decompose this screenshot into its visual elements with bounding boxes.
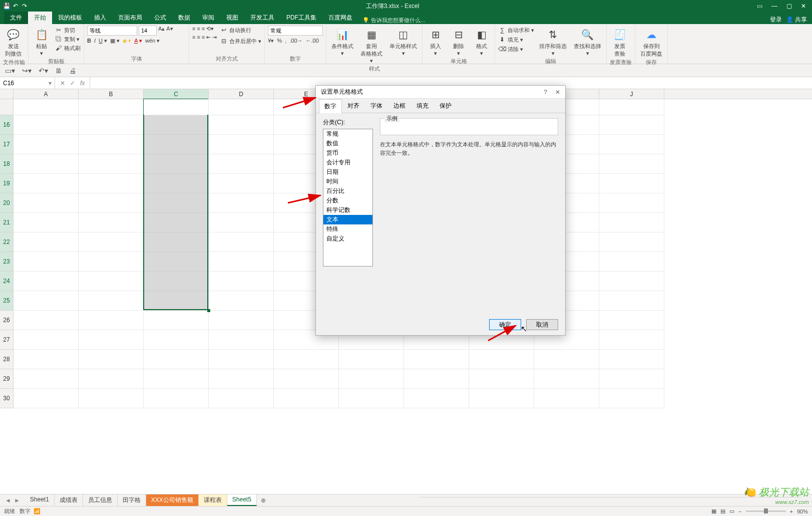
tab-file[interactable]: 文件	[4, 12, 28, 24]
row-header[interactable]: 29	[0, 369, 14, 389]
cell[interactable]	[209, 369, 274, 389]
row-header[interactable]: 20	[0, 193, 14, 213]
column-header[interactable]: D	[209, 89, 274, 99]
category-list[interactable]: 常规数值货币会计专用日期时间百分比分数科学记数文本特殊自定义	[323, 129, 373, 267]
cell[interactable]	[79, 193, 144, 213]
dialog-help-button[interactable]: ?	[544, 89, 547, 96]
ok-button[interactable]: 确定	[489, 319, 521, 330]
cell[interactable]	[599, 252, 664, 272]
underline-icon[interactable]: U ▾	[99, 38, 107, 44]
font-size-combo[interactable]	[139, 26, 157, 36]
maximize-icon[interactable]: ▢	[786, 3, 792, 10]
cell[interactable]	[534, 350, 599, 369]
tab-pdf[interactable]: PDF工具集	[280, 12, 322, 24]
tab-insert[interactable]: 插入	[88, 12, 112, 24]
ribbon-options-icon[interactable]: ▭	[757, 3, 762, 10]
merge-button[interactable]: ⊟合并后居中 ▾	[220, 37, 261, 46]
undo-icon[interactable]: ↶	[12, 3, 19, 10]
row-header[interactable]: 26	[0, 311, 14, 330]
invoice-button[interactable]: 🧾发票 查验	[610, 26, 630, 59]
cell[interactable]	[144, 115, 209, 135]
border-icon[interactable]: ▦ ▾	[110, 38, 120, 44]
row-header[interactable]: 17	[0, 135, 14, 154]
new-icon[interactable]: ▭▾	[5, 67, 15, 75]
add-sheet-button[interactable]: ⊕	[257, 497, 270, 504]
category-item[interactable]: 货币	[323, 148, 372, 158]
cell[interactable]	[599, 232, 664, 252]
row-header[interactable]: 21	[0, 213, 14, 232]
category-item[interactable]: 特殊	[323, 224, 372, 234]
sheet-tab[interactable]: 员工信息	[83, 494, 118, 506]
category-item[interactable]: 分数	[323, 196, 372, 205]
chevron-down-icon[interactable]: ▾	[49, 80, 52, 87]
sheet-tab[interactable]: 课程表	[199, 494, 227, 506]
cell[interactable]	[209, 311, 274, 330]
category-item[interactable]: 自定义	[323, 234, 372, 243]
cell[interactable]	[534, 389, 599, 408]
cell[interactable]	[209, 252, 274, 272]
row-header[interactable]: 25	[0, 291, 14, 311]
align-left-icon[interactable]: ≡	[192, 34, 195, 41]
sheet-tab[interactable]: 成绩表	[55, 494, 83, 506]
row-header[interactable]: 22	[0, 232, 14, 252]
cell[interactable]	[14, 252, 79, 272]
category-item[interactable]: 百分比	[323, 186, 372, 196]
row-header[interactable]: 16	[0, 115, 14, 135]
cell-style-button[interactable]: ◫单元格样式▾	[387, 26, 419, 58]
cell[interactable]	[599, 389, 664, 408]
print-preview-icon[interactable]: 🖨	[69, 67, 76, 75]
dialog-tab[interactable]: 保护	[434, 99, 457, 113]
cell[interactable]	[14, 369, 79, 389]
cell[interactable]	[79, 213, 144, 232]
cell[interactable]	[469, 350, 534, 369]
indent-dec-icon[interactable]: ⇤	[206, 34, 211, 41]
font-color-icon[interactable]: A ▾	[134, 38, 142, 44]
dialog-tab[interactable]: 对齐	[342, 99, 365, 113]
column-header[interactable]: A	[14, 89, 79, 99]
bold-icon[interactable]: B	[87, 38, 91, 44]
cell[interactable]	[404, 369, 469, 389]
view-normal-icon[interactable]: ▦	[711, 508, 716, 514]
cell[interactable]	[14, 213, 79, 232]
cell[interactable]	[599, 291, 664, 311]
tab-layout[interactable]: 页面布局	[112, 12, 148, 24]
cell[interactable]	[79, 389, 144, 408]
cell[interactable]	[14, 350, 79, 369]
dialog-tab[interactable]: 边框	[388, 99, 411, 113]
cond-format-button[interactable]: 📊条件格式▾	[329, 26, 355, 58]
cell[interactable]	[209, 272, 274, 291]
cell[interactable]	[144, 135, 209, 154]
cell[interactable]	[79, 311, 144, 330]
row-header[interactable]: 19	[0, 174, 14, 193]
view-page-icon[interactable]: ▤	[720, 508, 725, 514]
cell[interactable]	[599, 213, 664, 232]
tab-home[interactable]: 开始	[28, 12, 52, 24]
zoom-out-icon[interactable]: −	[738, 508, 741, 514]
cell[interactable]	[599, 193, 664, 213]
dec-decimal-icon[interactable]: ←.00	[306, 38, 319, 44]
cell[interactable]	[79, 174, 144, 193]
column-header[interactable]: J	[599, 89, 664, 99]
cell[interactable]	[79, 330, 144, 350]
cell[interactable]	[14, 115, 79, 135]
orientation-icon[interactable]: ⟲▾	[206, 26, 214, 32]
cell[interactable]	[79, 135, 144, 154]
cell[interactable]	[599, 174, 664, 193]
italic-icon[interactable]: I	[94, 38, 96, 44]
category-item[interactable]: 日期	[323, 167, 372, 177]
cell[interactable]	[534, 369, 599, 389]
category-item[interactable]: 文本	[323, 215, 372, 224]
tab-formula[interactable]: 公式	[148, 12, 172, 24]
row-header[interactable]: 23	[0, 252, 14, 272]
sheet-tab[interactable]: Sheet5	[227, 494, 257, 506]
save-icon[interactable]: 💾	[3, 3, 10, 10]
increase-font-icon[interactable]: A▴	[158, 26, 165, 36]
cell[interactable]	[14, 389, 79, 408]
view-break-icon[interactable]: ▭	[729, 508, 734, 514]
row-header[interactable]: 18	[0, 154, 14, 174]
cell[interactable]	[469, 369, 534, 389]
tab-baidu[interactable]: 百度网盘	[322, 12, 358, 24]
cell[interactable]	[79, 154, 144, 174]
cell[interactable]	[274, 389, 339, 408]
cell[interactable]	[404, 350, 469, 369]
